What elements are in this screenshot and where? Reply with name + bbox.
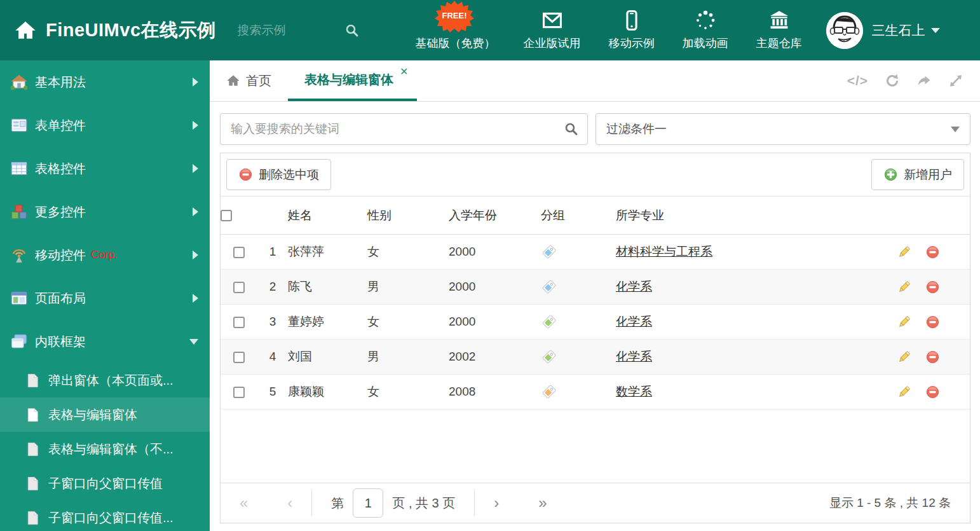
first-page-button[interactable]: « [240,494,248,512]
prev-page-button[interactable]: ‹ [287,494,292,512]
sidebar: 基本用法 表单控件 表格控件 更多控件 移动控件 Corp. 页面布局 [0,60,210,531]
share-icon[interactable] [916,73,932,88]
grid-empty-area [221,410,970,483]
delete-icon[interactable] [925,315,940,329]
sidebar-label: 移动控件 [35,247,86,264]
nav-label: 主题仓库 [756,36,802,51]
tab-bar: 首页 表格与编辑窗体 ✕ </> [210,60,980,102]
source-code-icon[interactable]: </> [847,73,868,88]
last-page-button[interactable]: » [538,494,547,512]
grid-toolbar: 删除选中项 新增用户 [221,153,970,196]
sidebar-subitem-grid-edit-window[interactable]: 表格与编辑窗体 [0,397,210,432]
sidebar-subitem-child-to-parent-2[interactable]: 子窗口向父窗口传值... [0,500,210,531]
major-link[interactable]: 化学系 [616,280,652,293]
major-link[interactable]: 材料科学与工程系 [616,245,712,258]
major-link[interactable]: 数学系 [616,385,652,398]
nav-loading-anim[interactable]: 加载动画 [683,10,728,51]
sidebar-subitem-child-to-parent[interactable]: 子窗口向父窗口传值 [0,466,210,500]
cell-year: 2000 [449,305,541,340]
sidebar-item-more-controls[interactable]: 更多控件 [0,190,210,233]
sidebar-item-iframe[interactable]: 内联框架 [0,320,210,363]
sidebar-item-mobile-controls[interactable]: 移动控件 Corp. [0,233,210,277]
chevron-down-icon [189,339,198,345]
row-checkbox[interactable] [233,317,245,328]
nav-theme-store[interactable]: 主题仓库 [756,10,802,51]
tab-grid-edit-window[interactable]: 表格与编辑窗体 ✕ [288,60,417,101]
layout-icon [10,289,28,307]
add-user-button[interactable]: 新增用户 [871,159,964,190]
cell-name: 陈飞 [288,270,367,305]
search-icon[interactable] [564,121,579,137]
sidebar-item-grid-controls[interactable]: 表格控件 [0,147,210,190]
divider [474,490,475,516]
frames-icon [10,333,28,350]
cell-gender: 女 [367,305,449,340]
sidebar-label: 更多控件 [35,203,86,221]
chevron-right-icon [193,164,198,173]
main-content: 首页 表格与编辑窗体 ✕ </> [210,60,980,531]
table-row: 3 董婷婷 女 2000 化学系 [221,305,970,340]
sidebar-label: 页面布局 [35,290,86,307]
refresh-icon[interactable] [885,73,900,88]
major-link[interactable]: 化学系 [616,350,652,363]
page-input[interactable] [353,488,383,518]
tag-icon [541,279,557,295]
keyword-search-input[interactable] [220,113,588,145]
tab-tools: </> [847,60,980,101]
page-suffix: 页 , 共 3 页 [392,495,455,512]
next-page-button[interactable]: › [494,494,499,512]
sidebar-label: 基本用法 [35,74,86,91]
delete-icon[interactable] [925,245,940,259]
edit-icon[interactable] [897,280,911,294]
filter-dropdown-value: 过滤条件一 [606,121,667,137]
home-icon[interactable] [14,19,37,42]
sidebar-item-form-controls[interactable]: 表单控件 [0,104,210,147]
edit-icon[interactable] [897,315,911,329]
edit-icon[interactable] [897,385,911,399]
delete-icon[interactable] [925,385,940,399]
cell-year: 2000 [449,235,541,270]
row-checkbox[interactable] [233,352,245,363]
delete-selected-button[interactable]: 删除选中项 [226,159,331,190]
file-icon [25,373,40,388]
col-major: 所学专业 [616,197,897,235]
close-icon[interactable]: ✕ [400,66,408,78]
user-menu[interactable]: 三生石上 [826,12,940,49]
header-search [238,23,360,38]
chevron-down-icon [931,28,940,33]
form-icon [10,116,28,134]
filter-dropdown[interactable]: 过滤条件一 [595,113,970,145]
nav-enterprise-trial[interactable]: 企业版试用 [524,10,581,51]
major-link[interactable]: 化学系 [616,315,652,328]
header-search-input[interactable] [238,24,333,38]
sidebar-sublabel: 表格与编辑窗体（不... [48,441,174,458]
sidebar-item-page-layout[interactable]: 页面布局 [0,277,210,320]
antenna-icon [10,246,28,264]
svg-text:FREE!: FREE! [442,11,467,20]
nav-label: 基础版（免费） [416,36,496,51]
grid-panel: 删除选中项 新增用户 姓名 性别 入学年份 分组 [220,153,970,523]
nav-mobile-demo[interactable]: 移动示例 [609,10,655,51]
expand-icon[interactable] [948,73,963,88]
row-checkbox[interactable] [233,387,245,398]
row-checkbox[interactable] [233,282,245,293]
home-icon [226,74,240,88]
select-all-checkbox[interactable] [221,210,232,221]
file-icon [25,476,40,491]
row-number: 4 [257,340,288,375]
tag-icon [541,314,557,330]
sidebar-subitem-popup-window[interactable]: 弹出窗体（本页面或... [0,363,210,397]
nav-label: 移动示例 [609,36,655,51]
row-checkbox[interactable] [233,247,245,258]
edit-icon[interactable] [897,245,911,259]
keyword-search [220,113,588,145]
table-row: 4 刘国 男 2002 化学系 [221,340,970,375]
delete-icon[interactable] [925,350,940,364]
edit-icon[interactable] [897,350,911,364]
search-icon[interactable] [344,23,360,38]
delete-icon[interactable] [925,280,940,294]
sidebar-item-basic-usage[interactable]: 基本用法 [0,60,210,104]
chevron-right-icon [193,251,198,259]
tab-home[interactable]: 首页 [210,60,288,101]
sidebar-subitem-grid-edit-window-2[interactable]: 表格与编辑窗体（不... [0,432,210,466]
